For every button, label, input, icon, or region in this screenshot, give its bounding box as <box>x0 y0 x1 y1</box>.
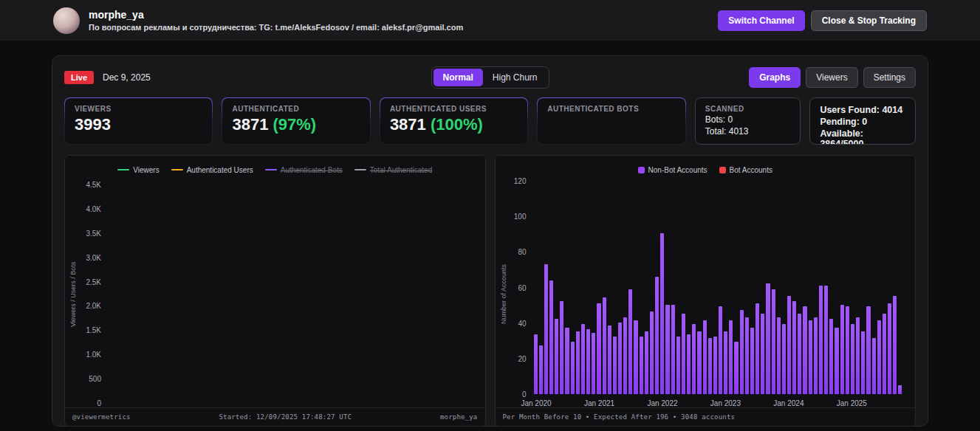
bar[interactable] <box>571 342 575 394</box>
bar[interactable] <box>697 331 701 395</box>
bar[interactable] <box>708 338 712 394</box>
bar[interactable] <box>592 333 595 394</box>
bar[interactable] <box>645 331 648 395</box>
bar[interactable] <box>824 286 828 394</box>
bar[interactable] <box>835 328 838 394</box>
tab-viewers[interactable]: Viewers <box>806 67 857 88</box>
bar[interactable] <box>819 286 823 394</box>
bar[interactable] <box>655 277 659 394</box>
authenticated-users-label: AUTHENTICATED USERS <box>390 105 518 113</box>
bar[interactable] <box>872 338 876 394</box>
bar[interactable] <box>809 320 812 394</box>
bar[interactable] <box>777 317 781 395</box>
bar[interactable] <box>613 337 617 394</box>
avatar[interactable] <box>53 7 80 34</box>
bar[interactable] <box>840 305 844 394</box>
bar[interactable] <box>660 233 664 395</box>
bar[interactable] <box>539 345 543 395</box>
bar[interactable] <box>628 289 632 395</box>
legend-item[interactable]: Bot Accounts <box>719 166 772 174</box>
bar[interactable] <box>734 342 738 394</box>
bar[interactable] <box>650 311 654 394</box>
bar[interactable] <box>692 324 696 394</box>
mode-high-churn-button[interactable]: High Churn <box>483 69 547 86</box>
legend-item[interactable]: Non-Bot Accounts <box>638 166 707 174</box>
current-date: Dec 9, 2025 <box>103 72 151 83</box>
pending: Pending: 0 <box>820 117 905 127</box>
bar[interactable] <box>565 328 569 394</box>
bar[interactable] <box>851 324 854 394</box>
bar[interactable] <box>814 317 818 395</box>
bar[interactable] <box>618 323 622 394</box>
bar[interactable] <box>719 306 722 394</box>
live-badge: Live <box>64 71 94 84</box>
bar[interactable] <box>888 303 891 395</box>
mode-normal-button[interactable]: Normal <box>433 69 482 86</box>
bar[interactable] <box>682 314 685 394</box>
bar[interactable] <box>755 303 759 395</box>
bar[interactable] <box>745 317 749 395</box>
bar[interactable] <box>676 337 680 394</box>
authenticated-users-card: AUTHENTICATED USERS 3871 (100%) <box>380 97 528 145</box>
bar[interactable] <box>560 301 563 394</box>
legend-item[interactable]: Viewers <box>117 166 159 174</box>
viewers-card: VIEWERS 3993 <box>64 97 213 145</box>
bar[interactable] <box>729 320 733 394</box>
switch-channel-button[interactable]: Switch Channel <box>718 10 804 31</box>
bar[interactable] <box>782 324 786 394</box>
bar[interactable] <box>861 331 865 395</box>
bar[interactable] <box>856 317 860 395</box>
bar[interactable] <box>544 264 548 394</box>
bar[interactable] <box>740 310 744 394</box>
bar[interactable] <box>597 303 600 395</box>
bar[interactable] <box>792 301 796 394</box>
bar[interactable] <box>608 325 611 394</box>
bar[interactable] <box>893 296 897 394</box>
bar[interactable] <box>687 334 691 394</box>
bar[interactable] <box>761 314 764 394</box>
bar[interactable] <box>772 289 775 395</box>
bar[interactable] <box>713 337 717 394</box>
legend-item[interactable]: Total Authenticated <box>354 166 433 174</box>
bar[interactable] <box>665 305 669 394</box>
bar[interactable] <box>534 334 538 394</box>
legend-item[interactable]: Authenticated Users <box>171 166 253 174</box>
bar[interactable] <box>898 385 902 394</box>
bar[interactable] <box>803 306 806 394</box>
tab-settings[interactable]: Settings <box>863 67 916 88</box>
bar[interactable] <box>766 283 770 394</box>
bar[interactable] <box>787 296 791 394</box>
bar[interactable] <box>576 331 580 395</box>
bar[interactable] <box>640 337 643 394</box>
channel-name: morphe_ya <box>89 9 463 21</box>
bar[interactable] <box>877 320 881 394</box>
y-tick-label: 3.0K <box>80 254 101 262</box>
viewers-line-chart: ViewersAuthenticated UsersAuthenticated … <box>64 155 486 427</box>
bar[interactable] <box>581 324 585 394</box>
bar[interactable] <box>586 329 590 394</box>
bar[interactable] <box>703 320 707 394</box>
bar[interactable] <box>866 306 870 394</box>
y-tick-label: 2.0K <box>80 302 101 310</box>
tab-graphs[interactable]: Graphs <box>749 67 801 88</box>
bar[interactable] <box>671 305 675 394</box>
bar[interactable] <box>750 328 754 394</box>
bar[interactable] <box>603 297 606 394</box>
line-chart-plot-area <box>106 181 478 407</box>
bar[interactable] <box>623 317 627 395</box>
bar[interactable] <box>555 319 558 394</box>
bar[interactable] <box>846 306 849 394</box>
legend-swatch <box>171 169 183 170</box>
bar[interactable] <box>634 320 637 394</box>
charts-row: ViewersAuthenticated UsersAuthenticated … <box>64 155 916 427</box>
close-stop-tracking-button[interactable]: Close & Stop Tracking <box>811 10 927 31</box>
bar[interactable] <box>883 314 886 394</box>
bar[interactable] <box>549 280 553 394</box>
authenticated-card: AUTHENTICATED 3871 (97%) <box>222 97 370 145</box>
bar[interactable] <box>724 331 727 395</box>
bar[interactable] <box>829 319 833 394</box>
y-tick-label: 1.5K <box>80 326 101 334</box>
legend-swatch <box>265 169 277 170</box>
bar[interactable] <box>798 314 801 394</box>
legend-item[interactable]: Authenticated Bots <box>265 166 343 174</box>
